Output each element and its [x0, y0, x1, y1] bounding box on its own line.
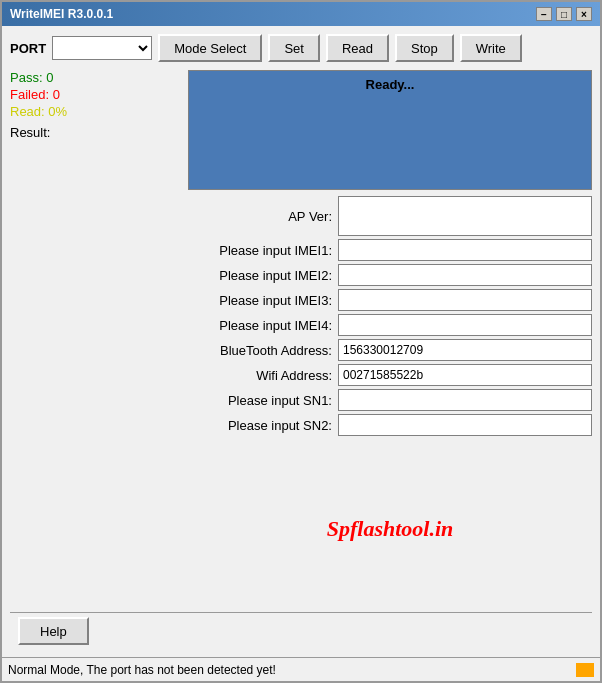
ready-text: Ready...	[366, 77, 415, 92]
help-button[interactable]: Help	[18, 617, 89, 645]
set-button[interactable]: Set	[268, 34, 320, 62]
wifi-row: Wifi Address:	[188, 364, 592, 386]
window-title: WriteIMEI R3.0.0.1	[10, 7, 113, 21]
ap-ver-row: AP Ver:	[188, 196, 592, 236]
pass-value: 0	[46, 70, 53, 85]
sn1-label: Please input SN1:	[188, 393, 338, 408]
port-label: PORT	[10, 41, 46, 56]
port-select[interactable]	[52, 36, 152, 60]
imei4-input[interactable]	[338, 314, 592, 336]
close-button[interactable]: ×	[576, 7, 592, 21]
sn1-input[interactable]	[338, 389, 592, 411]
window-controls: − □ ×	[536, 7, 592, 21]
status-text: Normal Mode, The port has not been detec…	[8, 663, 276, 677]
imei4-row: Please input IMEI4:	[188, 314, 592, 336]
imei1-input[interactable]	[338, 239, 592, 261]
maximize-button[interactable]: □	[556, 7, 572, 21]
status-indicator	[576, 663, 594, 677]
read-label: Read:	[10, 104, 48, 119]
imei3-label: Please input IMEI3:	[188, 293, 338, 308]
imei3-row: Please input IMEI3:	[188, 289, 592, 311]
write-button[interactable]: Write	[460, 34, 522, 62]
mode-select-button[interactable]: Mode Select	[158, 34, 262, 62]
fields-area: AP Ver: Please input IMEI1: Please input…	[188, 196, 592, 439]
sn1-row: Please input SN1:	[188, 389, 592, 411]
status-display: Ready...	[188, 70, 592, 190]
imei1-label: Please input IMEI1:	[188, 243, 338, 258]
title-bar: WriteIMEI R3.0.0.1 − □ ×	[2, 2, 600, 26]
sn2-label: Please input SN2:	[188, 418, 338, 433]
sn2-input[interactable]	[338, 414, 592, 436]
failed-label: Failed:	[10, 87, 49, 102]
toolbar: PORT Mode Select Set Read Stop Write	[10, 34, 592, 62]
pass-status: Pass: 0	[10, 70, 180, 85]
content-area: PORT Mode Select Set Read Stop Write Pas…	[2, 26, 600, 657]
ap-ver-label: AP Ver:	[188, 209, 338, 224]
failed-value: 0	[53, 87, 60, 102]
ap-ver-input[interactable]	[338, 196, 592, 236]
imei2-input[interactable]	[338, 264, 592, 286]
wifi-input[interactable]	[338, 364, 592, 386]
imei1-row: Please input IMEI1:	[188, 239, 592, 261]
right-panel: Ready... AP Ver: Please input IMEI1:	[188, 70, 592, 608]
imei3-input[interactable]	[338, 289, 592, 311]
left-panel: Pass: 0 Failed: 0 Read: 0% Result:	[10, 70, 180, 608]
imei2-label: Please input IMEI2:	[188, 268, 338, 283]
main-window: WriteIMEI R3.0.0.1 − □ × PORT Mode Selec…	[0, 0, 602, 683]
stop-button[interactable]: Stop	[395, 34, 454, 62]
read-status: Read: 0%	[10, 104, 180, 119]
read-value: 0%	[48, 104, 67, 119]
bottom-bar: Help	[10, 612, 592, 649]
result-label: Result:	[10, 125, 180, 140]
bluetooth-input[interactable]	[338, 339, 592, 361]
read-button[interactable]: Read	[326, 34, 389, 62]
bluetooth-label: BlueTooth Address:	[188, 343, 338, 358]
bluetooth-row: BlueTooth Address:	[188, 339, 592, 361]
pass-label: Pass:	[10, 70, 46, 85]
wifi-label: Wifi Address:	[188, 368, 338, 383]
watermark-text: Spflashtool.in	[327, 516, 454, 542]
sn2-row: Please input SN2:	[188, 414, 592, 436]
imei2-row: Please input IMEI2:	[188, 264, 592, 286]
imei4-label: Please input IMEI4:	[188, 318, 338, 333]
failed-status: Failed: 0	[10, 87, 180, 102]
status-bar: Normal Mode, The port has not been detec…	[2, 657, 600, 681]
main-area: Pass: 0 Failed: 0 Read: 0% Result: Ready…	[10, 70, 592, 608]
minimize-button[interactable]: −	[536, 7, 552, 21]
watermark-area: Spflashtool.in	[188, 449, 592, 608]
